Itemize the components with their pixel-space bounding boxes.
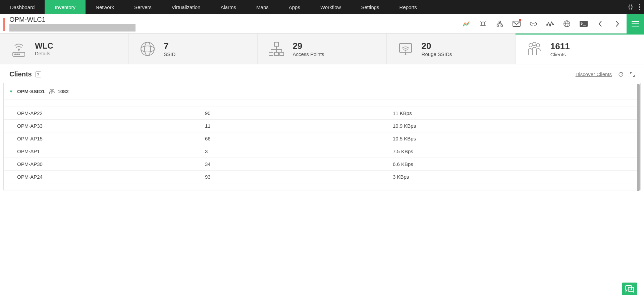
ap-name: OPM-AP22 (17, 110, 205, 116)
rogue-icon (397, 40, 414, 58)
link-icon[interactable] (526, 17, 541, 30)
card-wlc-title: WLC (35, 41, 53, 51)
bell-icon[interactable] (476, 17, 490, 30)
nav-tab-servers[interactable]: Servers (124, 0, 162, 14)
device-name: OPM-WLC1 (9, 16, 136, 23)
svg-point-2 (639, 9, 640, 10)
svg-rect-6 (497, 25, 499, 26)
ap-rate: 7.5 KBps (393, 148, 627, 154)
clients-panel: ▼ OPM-SSID1 1082 OPM-AP229011 KBpsOPM-AP… (3, 83, 641, 190)
nav-tab-settings[interactable]: Settings (351, 0, 389, 14)
collapse-triangle-icon[interactable]: ▼ (9, 89, 13, 94)
nav-tab-reports[interactable]: Reports (389, 0, 427, 14)
nav-tab-apps[interactable]: Apps (279, 0, 310, 14)
card-rogue[interactable]: 20 Rouge SSIDs (387, 34, 516, 64)
nav-tab-alarms[interactable]: Alarms (210, 0, 246, 14)
scrollbar[interactable] (637, 84, 640, 191)
svg-line-4 (485, 21, 486, 22)
ap-row[interactable]: OPM-AP30346.6 KBps (4, 158, 640, 171)
ap-row[interactable]: OPM-AP156610.5 KBps (4, 132, 640, 145)
content-title: Clients (9, 70, 32, 78)
svg-point-42 (533, 42, 536, 46)
card-aps[interactable]: 29 Access Points (258, 34, 386, 64)
chat-button[interactable] (622, 283, 637, 295)
svg-rect-15 (580, 21, 588, 27)
globe-icon[interactable] (559, 17, 574, 30)
status-marker (3, 18, 5, 31)
ssid-group-count: 1082 (57, 88, 68, 94)
ap-row[interactable]: OPM-AP229011 KBps (4, 107, 640, 120)
svg-point-41 (529, 44, 532, 47)
help-icon[interactable]: ? (35, 71, 41, 77)
refresh-icon[interactable] (618, 71, 624, 77)
ap-rate: 6.6 KBps (393, 161, 627, 167)
device-subinfo-placeholder (9, 24, 136, 32)
svg-point-0 (639, 4, 640, 5)
card-wlc[interactable]: WLC Details (0, 34, 129, 64)
card-rogue-value: 20 (422, 41, 452, 51)
svg-point-22 (15, 54, 16, 55)
card-clients-label: Clients (550, 52, 570, 57)
nav-tab-workflow[interactable]: Workflow (310, 0, 351, 14)
wlc-icon (10, 40, 28, 58)
hamburger-menu[interactable] (627, 14, 644, 34)
ssid-group-header[interactable]: ▼ OPM-SSID1 1082 (4, 83, 640, 100)
content-area: Clients ? Discover Clients ▼ OPM-SSID1 1… (0, 64, 644, 190)
svg-point-25 (141, 42, 154, 56)
svg-point-23 (17, 54, 18, 55)
nav-tab-maps[interactable]: Maps (246, 0, 279, 14)
topology-icon[interactable] (492, 17, 507, 30)
svg-line-3 (481, 21, 482, 22)
chart-icon[interactable] (459, 17, 474, 30)
svg-rect-35 (274, 52, 278, 56)
svg-point-11 (553, 24, 554, 25)
card-rogue-label: Rouge SSIDs (422, 51, 452, 57)
nav-tab-virtualization[interactable]: Virtualization (162, 0, 211, 14)
expand-icon[interactable] (630, 72, 635, 77)
ap-client-count: 34 (205, 161, 393, 167)
svg-rect-5 (499, 21, 501, 22)
ssid-group-name: OPM-SSID1 (17, 88, 45, 94)
ap-client-count: 11 (205, 123, 393, 129)
more-icon[interactable] (639, 4, 641, 10)
card-wlc-label: Details (35, 51, 53, 56)
summary-cards: WLC Details 7 SSID 29 Access Points (0, 34, 644, 64)
card-clients[interactable]: 1611 Clients (516, 34, 644, 64)
discover-clients-link[interactable]: Discover Clients (576, 71, 612, 77)
ap-client-count: 3 (205, 148, 393, 154)
nav-tab-inventory[interactable]: Inventory (45, 0, 86, 14)
card-ssid-label: SSID (164, 51, 175, 57)
nav-tab-network[interactable]: Network (86, 0, 124, 14)
terminal-icon[interactable] (576, 17, 591, 30)
svg-rect-47 (628, 287, 634, 291)
svg-point-45 (52, 89, 54, 91)
ap-row[interactable]: OPM-AP137.5 KBps (4, 145, 640, 158)
prev-icon[interactable] (593, 17, 608, 30)
ap-row[interactable]: OPM-AP24933 KBps (4, 171, 640, 183)
activity-icon[interactable] (543, 17, 557, 30)
svg-rect-28 (274, 42, 278, 46)
card-aps-label: Access Points (292, 51, 324, 57)
svg-point-44 (50, 89, 52, 91)
svg-point-27 (145, 42, 151, 56)
nav-right-icons (627, 0, 644, 14)
ap-name: OPM-AP33 (17, 123, 205, 129)
ap-name: OPM-AP24 (17, 174, 205, 180)
ap-rate: 10.9 KBps (393, 123, 627, 129)
ap-client-count: 93 (205, 174, 393, 180)
svg-point-10 (550, 25, 551, 26)
card-ssid[interactable]: 7 SSID (129, 34, 258, 64)
svg-rect-34 (269, 52, 273, 56)
ap-row[interactable]: OPM-AP331110.9 KBps (4, 120, 640, 132)
svg-point-20 (18, 49, 19, 50)
next-icon[interactable] (610, 17, 625, 30)
svg-rect-7 (501, 25, 502, 26)
ssid-icon (139, 40, 156, 58)
card-aps-value: 29 (292, 41, 324, 51)
nav-tab-dashboard[interactable]: Dashboard (0, 0, 45, 14)
svg-rect-46 (626, 286, 632, 290)
mail-icon[interactable] (509, 17, 524, 30)
top-nav: DashboardInventoryNetworkServersVirtuali… (0, 0, 644, 14)
collapse-icon[interactable] (627, 4, 634, 10)
ap-rate: 3 KBps (393, 174, 627, 180)
